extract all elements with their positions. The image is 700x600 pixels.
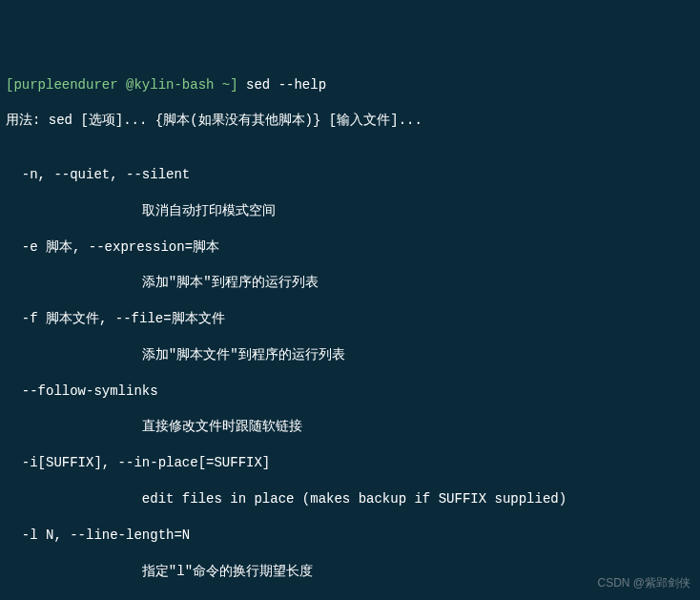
prompt-user-host: [purpleendurer @kylin-bash ~] xyxy=(6,77,238,93)
prompt-line-1: [purpleendurer @kylin-bash ~] sed --help xyxy=(6,76,694,94)
option-n: -n, --quiet, --silent xyxy=(6,166,694,184)
option-follow-desc: 直接修改文件时跟随软链接 xyxy=(6,418,694,436)
option-i: -i[SUFFIX], --in-place[=SUFFIX] xyxy=(6,454,694,472)
watermark: CSDN @紫郢剑侠 xyxy=(597,575,690,590)
option-e: -e 脚本, --expression=脚本 xyxy=(6,238,694,257)
option-n-desc: 取消自动打印模式空间 xyxy=(6,202,694,220)
option-l-desc: 指定"l"命令的换行期望长度 xyxy=(6,563,694,581)
option-i-desc: edit files in place (makes backup if SUF… xyxy=(6,490,694,508)
option-l: -l N, --line-length=N xyxy=(6,527,694,545)
usage-line: 用法: sed [选项]... {脚本(如果没有其他脚本)} [输入文件]... xyxy=(6,112,694,130)
option-f-desc: 添加"脚本文件"到程序的运行列表 xyxy=(6,346,694,364)
option-f: -f 脚本文件, --file=脚本文件 xyxy=(6,310,694,328)
command-typed[interactable]: sed --help xyxy=(238,77,326,93)
option-e-desc: 添加"脚本"到程序的运行列表 xyxy=(6,274,694,292)
option-follow: --follow-symlinks xyxy=(6,383,694,401)
